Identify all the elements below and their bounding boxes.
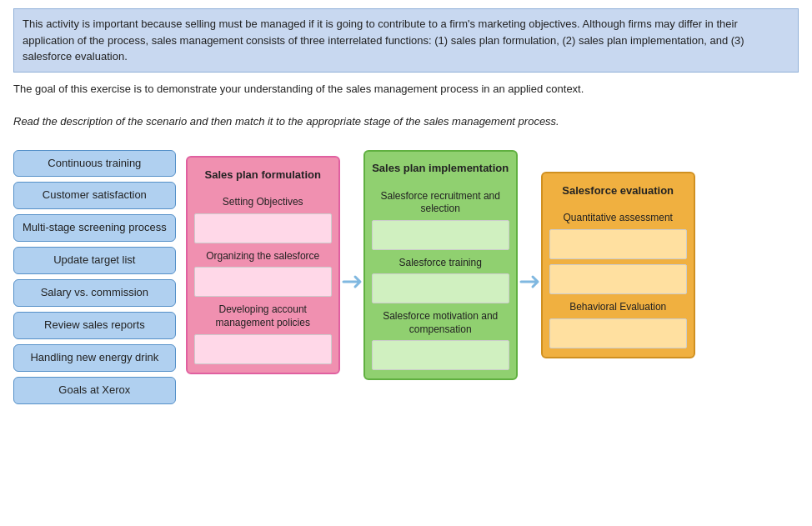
highlight-text: This activity is important because selli… (23, 18, 744, 63)
drag-items-list: Continuous trainingCustomer satisfaction… (13, 150, 176, 404)
section-label-stage3-2: Behavioral Evaluation (549, 299, 687, 316)
section-label-stage1-2: Developing account management policies (194, 302, 332, 331)
stage-section-stage1-0: Setting Objectives (194, 194, 332, 243)
stage-section-stage3-0: Quantitative assessment (549, 210, 687, 259)
highlight-block: This activity is important because selli… (13, 8, 799, 73)
stage-section-stage2-0: Salesforce recruitment and selection (372, 188, 509, 250)
stage-section-stage3-2: Behavioral Evaluation (549, 299, 687, 348)
main-area: Continuous trainingCustomer satisfaction… (13, 150, 799, 404)
arrow-1 (518, 270, 541, 293)
drop-box-stage2-2[interactable] (372, 340, 509, 370)
drop-box-stage3-1[interactable] (549, 264, 687, 294)
stage-header-stage3: Salesforce evaluation (543, 173, 694, 205)
drop-box-stage2-1[interactable] (372, 273, 509, 303)
stage-body-stage3: Quantitative assessmentBehavioral Evalua… (543, 205, 694, 356)
drop-box-stage3-2[interactable] (549, 318, 687, 348)
stage-body-stage1: Setting ObjectivesOrganizing the salesfo… (188, 189, 338, 372)
drop-box-stage1-0[interactable] (194, 213, 332, 243)
stage-col-stage1: Sales plan formulationSetting Objectives… (186, 156, 340, 373)
drag-item-item4[interactable]: Update target list (13, 247, 176, 274)
section-label-stage2-1: Salesforce training (372, 255, 509, 272)
drag-item-item3[interactable]: Multi-stage screening process (13, 214, 176, 242)
stage-col-stage2: Sales plan implementationSalesforce recr… (363, 150, 518, 381)
drop-box-stage1-2[interactable] (194, 334, 332, 364)
stage-section-stage2-2: Salesforce motivation and compensation (372, 308, 509, 370)
drag-item-item8[interactable]: Goals at Xerox (13, 377, 176, 404)
instruction-text: Read the description of the scenario and… (13, 108, 799, 135)
goal-text: The goal of this exercise is to demonstr… (13, 81, 799, 98)
stage-section-stage3-1 (549, 264, 687, 294)
drop-box-stage3-0[interactable] (549, 229, 687, 259)
stage-col-stage3: Salesforce evaluationQuantitative assess… (541, 172, 695, 358)
stage-header-stage2: Sales plan implementation (365, 152, 516, 183)
drop-box-stage1-1[interactable] (194, 267, 332, 297)
section-label-stage2-0: Salesforce recruitment and selection (372, 188, 509, 218)
section-label-stage1-1: Organizing the salesforce (194, 248, 332, 265)
stage-header-stage1: Sales plan formulation (188, 158, 338, 189)
drag-item-item2[interactable]: Customer satisfaction (13, 182, 176, 209)
drop-box-stage2-0[interactable] (372, 220, 509, 250)
section-label-stage3-0: Quantitative assessment (549, 210, 687, 227)
section-label-stage1-0: Setting Objectives (194, 194, 332, 211)
stage-section-stage1-2: Developing account management policies (194, 302, 332, 363)
drag-item-item6[interactable]: Review sales reports (13, 312, 176, 339)
drag-item-item7[interactable]: Handling new energy drink (13, 344, 176, 372)
drag-item-item1[interactable]: Continuous training (13, 150, 176, 178)
columns-area: Sales plan formulationSetting Objectives… (186, 150, 695, 381)
section-label-stage2-2: Salesforce motivation and compensation (372, 308, 509, 338)
arrow-0 (340, 270, 363, 293)
stage-section-stage1-1: Organizing the salesforce (194, 248, 332, 298)
drag-item-item5[interactable]: Salary vs. commission (13, 279, 176, 307)
stage-body-stage2: Salesforce recruitment and selectionSale… (365, 183, 516, 379)
stage-section-stage2-1: Salesforce training (372, 255, 509, 304)
